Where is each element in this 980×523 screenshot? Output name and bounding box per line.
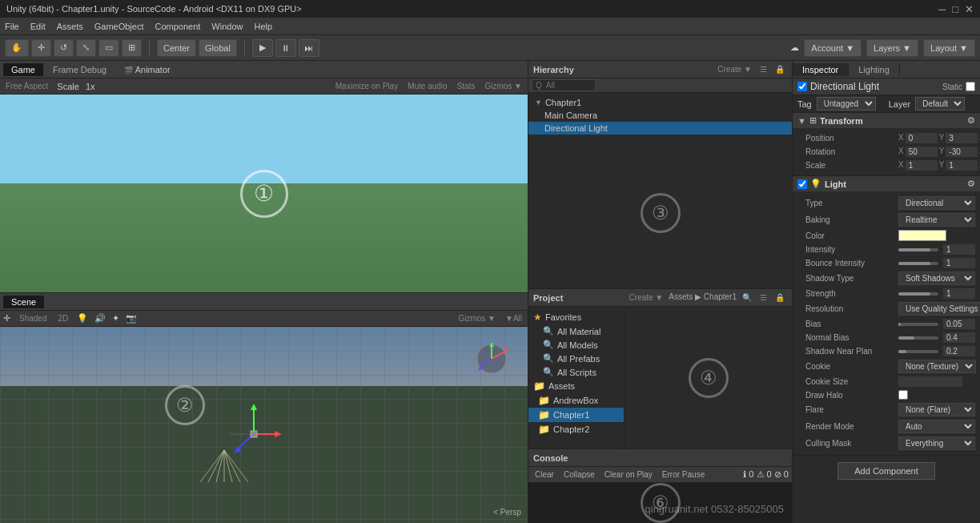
2d-button[interactable]: 2D <box>55 313 70 324</box>
flare-dropdown[interactable]: None (Flare) <box>898 403 975 416</box>
strength-input[interactable] <box>943 288 975 299</box>
tree-item-main-camera[interactable]: Main Camera <box>528 109 792 122</box>
cloud-icon[interactable]: ☁ <box>790 42 799 53</box>
cookie-size-input[interactable] <box>898 376 962 387</box>
project-lock-btn[interactable]: 🔒 <box>773 292 787 303</box>
scene-all-btn[interactable]: ▼All <box>503 313 524 324</box>
position-x[interactable] <box>906 133 938 143</box>
bounce-slider[interactable] <box>898 262 938 265</box>
hierarchy-lock-btn[interactable]: 🔒 <box>773 64 787 74</box>
global-button[interactable]: Global <box>199 39 237 57</box>
project-menu-btn[interactable]: ☰ <box>757 292 769 303</box>
play-button[interactable]: ▶ <box>252 39 273 57</box>
tree-item-chapter1[interactable]: ▼ Chapter1 <box>528 96 792 109</box>
step-button[interactable]: ⏭ <box>299 39 319 57</box>
console-clear-btn[interactable]: Clear <box>532 469 557 480</box>
favorites-folder[interactable]: ★ Favorites <box>528 310 624 324</box>
console-clear-on-play-btn[interactable]: Clear on Play <box>601 469 656 480</box>
pause-button[interactable]: ⏸ <box>275 39 296 57</box>
intensity-input[interactable] <box>943 244 975 255</box>
console-collapse-btn[interactable]: Collapse <box>560 469 598 480</box>
static-checkbox[interactable] <box>966 82 975 91</box>
tab-game[interactable]: Game <box>3 63 43 76</box>
rotation-y[interactable] <box>946 147 978 157</box>
layout-button[interactable]: Layout ▼ <box>923 39 975 57</box>
shadow-type-dropdown[interactable]: Soft Shadows <box>898 272 975 285</box>
layers-button[interactable]: Layers ▼ <box>866 39 918 57</box>
menu-component[interactable]: Component <box>155 22 200 31</box>
hierarchy-search-input[interactable] <box>532 79 596 91</box>
hierarchy-create-btn[interactable]: Create ▼ <box>715 64 754 74</box>
normal-bias-input[interactable] <box>943 332 975 343</box>
assets-folder[interactable]: 📁 Assets <box>528 379 624 393</box>
tab-inspector[interactable]: Inspector <box>793 63 849 76</box>
rect-tool[interactable]: ▭ <box>98 39 119 57</box>
gizmos-btn[interactable]: Gizmos ▼ <box>482 81 524 91</box>
culling-dropdown[interactable]: Everything <box>898 437 975 450</box>
maximize-on-play-btn[interactable]: Maximize on Play <box>333 81 400 91</box>
bias-slider[interactable] <box>898 323 938 326</box>
rotation-x[interactable] <box>906 147 938 157</box>
transform-header[interactable]: ▼ ⊞ Transform ⚙ <box>793 113 980 128</box>
console-error-pause-btn[interactable]: Error Pause <box>659 469 708 480</box>
move-tool[interactable]: ✛ <box>31 39 51 57</box>
titlebar-controls[interactable]: ─ □ ✕ <box>938 3 974 15</box>
stats-btn[interactable]: Stats <box>455 81 478 91</box>
menu-edit[interactable]: Edit <box>30 22 46 31</box>
strength-slider[interactable] <box>898 292 938 296</box>
all-models-item[interactable]: 🔍All Models <box>528 338 624 352</box>
tag-dropdown[interactable]: Untagged <box>817 97 876 111</box>
light-enabled-checkbox[interactable] <box>797 179 807 189</box>
transform-settings[interactable]: ⚙ <box>967 115 975 126</box>
minimize-button[interactable]: ─ <box>938 3 946 15</box>
render-mode-dropdown[interactable]: Auto <box>898 420 975 433</box>
menu-help[interactable]: Help <box>254 22 272 31</box>
light-settings[interactable]: ⚙ <box>967 179 975 189</box>
mute-audio-btn[interactable]: Mute audio <box>405 81 449 91</box>
scene-canvas[interactable]: ② < Persp <box>0 327 528 523</box>
position-y[interactable] <box>946 133 978 143</box>
project-search-btn[interactable]: 🔍 <box>740 292 754 303</box>
all-material-item[interactable]: 🔍All Material <box>528 324 624 338</box>
shaded-button[interactable]: Shaded <box>17 313 49 324</box>
object-active-checkbox[interactable] <box>797 82 807 91</box>
menu-assets[interactable]: Assets <box>57 22 83 31</box>
scene-gizmos-btn[interactable]: Gizmos ▼ <box>456 313 498 324</box>
all-scripts-item[interactable]: 🔍All Scripts <box>528 365 624 379</box>
free-aspect-button[interactable]: Free Aspect <box>3 81 50 91</box>
andrew-box-folder[interactable]: 📁 AndrewBox <box>528 393 624 408</box>
add-component-button[interactable]: Add Component <box>837 462 935 480</box>
menu-window[interactable]: Window <box>211 22 243 31</box>
shadow-near-slider[interactable] <box>898 350 938 353</box>
intensity-slider[interactable] <box>898 248 938 251</box>
chapter1-folder[interactable]: 📁 Chapter1 <box>528 408 624 422</box>
chapter2-folder[interactable]: 📁 Chapter2 <box>528 422 624 437</box>
maximize-button[interactable]: □ <box>952 3 958 15</box>
transform-tool[interactable]: ⊞ <box>122 39 142 57</box>
scale-y[interactable] <box>946 160 978 171</box>
draw-halo-checkbox[interactable] <box>898 390 908 400</box>
hierarchy-menu-btn[interactable]: ☰ <box>757 64 769 74</box>
bias-input[interactable] <box>943 319 975 329</box>
bounce-input[interactable] <box>943 258 975 268</box>
type-dropdown[interactable]: Directional <box>898 196 975 210</box>
account-button[interactable]: Account ▼ <box>804 39 862 57</box>
cookie-dropdown[interactable]: None (Texture) <box>898 360 976 373</box>
light-header[interactable]: 💡 Light ⚙ <box>793 176 980 191</box>
tab-lighting[interactable]: Lighting <box>849 63 900 76</box>
scale-tool[interactable]: ⤡ <box>76 39 96 57</box>
all-prefabs-item[interactable]: 🔍All Prefabs <box>528 352 624 365</box>
menu-gameobject[interactable]: GameObject <box>94 22 144 31</box>
shadow-near-input[interactable] <box>943 346 975 356</box>
scale-x[interactable] <box>906 160 938 171</box>
normal-bias-slider[interactable] <box>898 336 938 340</box>
color-swatch[interactable] <box>898 230 946 241</box>
tab-animator[interactable]: 🎬 Animator <box>116 63 178 76</box>
resolution-dropdown[interactable]: Use Quality Settings <box>898 302 980 316</box>
menu-file[interactable]: File <box>5 22 19 31</box>
baking-dropdown[interactable]: Realtime <box>898 213 975 227</box>
rotate-tool[interactable]: ↺ <box>54 39 74 57</box>
tab-frame-debug[interactable]: Frame Debug <box>45 63 114 76</box>
center-button[interactable]: Center <box>157 39 196 57</box>
layer-dropdown[interactable]: Default <box>915 97 965 111</box>
